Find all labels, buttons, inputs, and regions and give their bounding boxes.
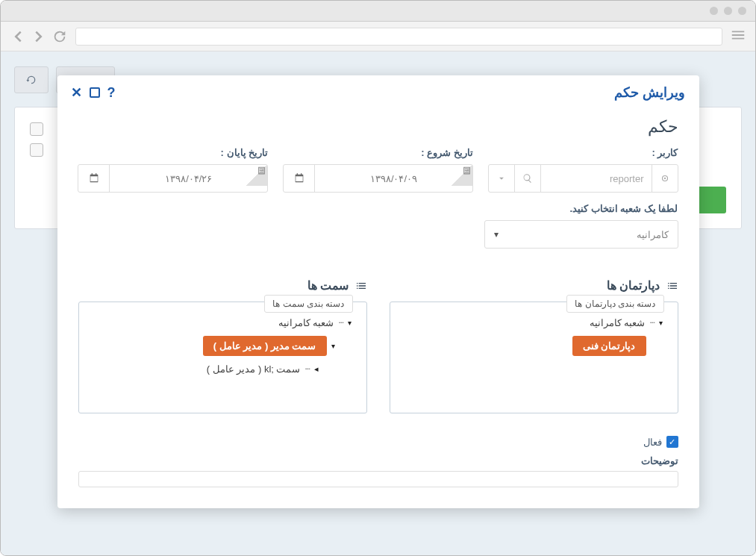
calendar-icon[interactable]: [78, 165, 110, 192]
tree-node-leaf[interactable]: ◂ ┄ سمت ;kl ( مدیر عامل ): [94, 363, 319, 375]
branch-value: كامرانيه: [499, 229, 669, 240]
list-icon: [666, 280, 678, 292]
back-button[interactable]: [10, 28, 26, 45]
user-value: reporter: [541, 165, 652, 192]
dept-badge: دپارتمان فنی: [572, 336, 646, 356]
pos-root-label: شعبه کامرانیه: [278, 317, 334, 328]
end-date-value: ۱۳۹۸/۰۴/۲۶: [110, 165, 267, 192]
calendar-icon[interactable]: [284, 165, 315, 192]
end-date-field[interactable]: ۱۳۹۸/۰۴/۲۶: [78, 164, 268, 193]
forward-button[interactable]: [31, 28, 47, 45]
tree-dots-icon: ┄: [339, 318, 343, 328]
reload-button[interactable]: [51, 28, 68, 45]
start-date-label: تاریخ شروع :: [283, 147, 473, 158]
collapse-icon: ▾: [331, 342, 335, 350]
branch-select[interactable]: ▾ كامرانيه: [484, 220, 678, 249]
positions-panel: دسته بندی سمت ها ▾ ┄ شعبه کامرانیه ▾ سمت…: [78, 302, 367, 413]
target-icon[interactable]: [652, 165, 678, 192]
close-icon[interactable]: ✕: [71, 84, 82, 101]
tree-node-badge[interactable]: ▾ سمت مدیر ( مدیر عامل ): [94, 336, 335, 356]
tree-node-root[interactable]: ▾ ┄ شعبه کامرانیه: [405, 317, 663, 328]
tree-node-root[interactable]: ▾ ┄ شعبه کامرانیه: [94, 317, 352, 328]
tree-dots-icon: ┄: [305, 364, 310, 374]
active-checkbox[interactable]: [666, 436, 678, 448]
window-dot: [724, 7, 732, 15]
refresh-button[interactable]: [14, 66, 49, 93]
url-bar[interactable]: [75, 28, 722, 46]
search-icon[interactable]: [515, 165, 541, 192]
end-date-label: تاریخ پایان :: [78, 147, 268, 158]
window-dot: [738, 7, 746, 15]
help-icon[interactable]: ?: [107, 85, 116, 101]
maximize-icon[interactable]: [90, 87, 100, 98]
window-dot: [710, 7, 718, 15]
pos-leaf-label: سمت ;kl ( مدیر عامل ): [207, 363, 301, 375]
departments-tab[interactable]: دسته بندی دپارتمان ها: [566, 295, 663, 313]
positions-tab[interactable]: دسته بندی سمت ها: [264, 295, 352, 313]
svg-point-1: [663, 178, 665, 179]
branch-hint: لطفا یک شعبه انتخاب کنید.: [78, 203, 678, 214]
browser-toolbar: [1, 22, 755, 51]
leaf-icon: ◂: [314, 364, 319, 374]
browser-titlebar: [1, 1, 755, 22]
notes-textarea[interactable]: [78, 471, 678, 487]
positions-title: سمت ها: [307, 278, 349, 293]
active-label: فعال: [643, 437, 662, 448]
user-field[interactable]: reporter: [488, 164, 678, 193]
bg-checkbox: [30, 143, 43, 157]
departments-title: دپارتمان ها: [607, 278, 660, 293]
pos-badge: سمت مدیر ( مدیر عامل ): [203, 336, 327, 356]
chevron-down-icon[interactable]: [489, 165, 515, 192]
departments-panel: دسته بندی دپارتمان ها ▾ ┄ شعبه کامرانیه …: [390, 302, 678, 413]
collapse-icon: ▾: [659, 319, 663, 327]
collapse-icon: ▾: [348, 319, 352, 327]
refresh-icon: [25, 74, 37, 86]
notes-label: توضیحات: [78, 455, 678, 466]
list-icon: [355, 280, 367, 292]
tree-dots-icon: ┄: [650, 318, 655, 328]
user-label: کاربر :: [488, 147, 678, 158]
start-date-value: ۱۳۹۸/۰۴/۰۹: [315, 165, 472, 192]
tree-node-badge[interactable]: دپارتمان فنی: [405, 336, 646, 356]
section-heading: حکم: [78, 117, 678, 137]
bg-checkbox: [30, 122, 43, 136]
menu-icon[interactable]: [730, 27, 746, 46]
tree-root-label: شعبه کامرانیه: [590, 317, 646, 328]
modal-title: ویرایش حکم: [614, 84, 685, 101]
edit-hokm-modal: ویرایش حکم ✕ ? حکم کاربر : reporter: [57, 75, 699, 508]
start-date-field[interactable]: ۱۳۹۸/۰۴/۰۹: [283, 164, 473, 193]
